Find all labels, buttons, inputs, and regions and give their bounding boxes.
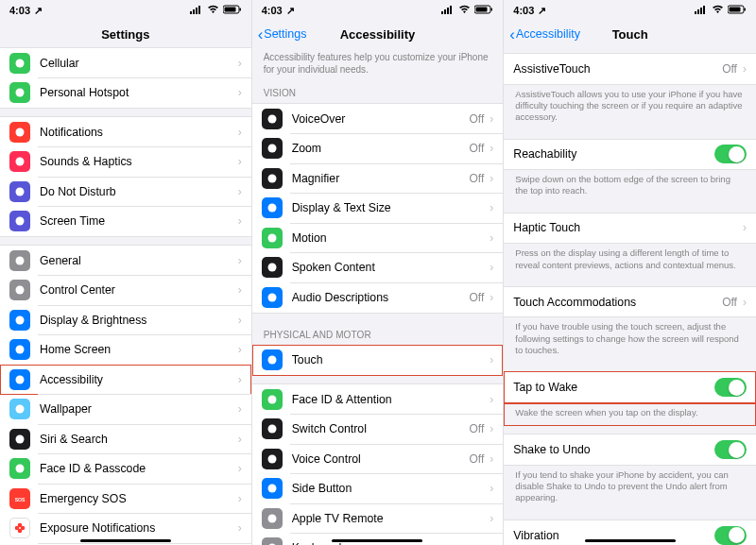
- remote-icon: [262, 508, 283, 529]
- row-assistivetouch[interactable]: AssistiveTouchOff›: [504, 54, 756, 84]
- row-label: Haptic Touch: [513, 221, 743, 234]
- row-label: Display & Text Size: [292, 201, 490, 214]
- row-personal-hotspot[interactable]: Personal Hotspot›: [0, 78, 251, 109]
- row-label: Tap to Wake: [513, 381, 714, 394]
- chevron-right-icon: ›: [238, 492, 242, 505]
- touch-icon: [262, 349, 283, 370]
- settings-group: General›Control Center›Display & Brightn…: [0, 245, 251, 545]
- row-label: Side Button: [292, 482, 490, 495]
- group-footer: If you tend to shake your iPhone by acci…: [504, 466, 756, 512]
- svg-point-19: [16, 434, 25, 443]
- svg-rect-53: [703, 6, 705, 14]
- audiodesc-icon: [262, 287, 283, 308]
- home-indicator[interactable]: [80, 539, 171, 543]
- rows-list: AssistiveTouchOff›: [504, 53, 756, 85]
- panel-touch: 4:03↗ ‹Accessibility Touch AssistiveTouc…: [504, 0, 756, 545]
- row-haptic-touch[interactable]: Haptic Touch›: [504, 213, 756, 244]
- settings-group: ReachabilitySwipe down on the bottom edg…: [504, 139, 756, 205]
- flower-icon: [9, 399, 30, 419]
- svg-rect-33: [476, 8, 488, 12]
- battery-icon: [728, 5, 747, 16]
- row-magnifier[interactable]: MagnifierOff›: [252, 163, 504, 194]
- keyboard-icon: [262, 537, 283, 545]
- settings-scroll[interactable]: Cellular›Personal Hotspot›Notifications›…: [0, 47, 251, 545]
- chevron-right-icon: ›: [490, 452, 493, 466]
- rows-list: Face ID & Attention›Switch ControlOff›Vo…: [252, 383, 504, 545]
- svg-point-10: [16, 158, 25, 166]
- group-footer: Press on the display using a different l…: [504, 244, 756, 279]
- row-shake-to-undo[interactable]: Shake to Undo: [504, 434, 756, 465]
- chevron-right-icon: ›: [490, 393, 493, 406]
- row-touch[interactable]: Touch›: [252, 346, 504, 376]
- back-button[interactable]: ‹Settings: [258, 21, 307, 47]
- row-label: Reachability: [513, 147, 714, 161]
- group-footer: AssistiveTouch allows you to use your iP…: [504, 85, 756, 131]
- antenna-icon: [9, 53, 30, 74]
- rows-list: Touch›: [252, 345, 504, 377]
- chevron-right-icon: ›: [490, 201, 493, 214]
- wifi-icon: [458, 5, 471, 16]
- toggle-switch[interactable]: [714, 378, 747, 397]
- switches-icon: [9, 280, 30, 300]
- row-switch-control[interactable]: Switch ControlOff›: [252, 415, 504, 445]
- row-face-id-attention[interactable]: Face ID & Attention›: [252, 384, 504, 415]
- svg-point-18: [16, 405, 25, 414]
- row-display-text-size[interactable]: Display & Text Size›: [252, 194, 504, 224]
- back-button[interactable]: ‹Accessibility: [509, 21, 580, 47]
- row-tap-to-wake[interactable]: Tap to Wake: [504, 372, 756, 402]
- row-label: Screen Time: [40, 214, 238, 228]
- chevron-right-icon: ›: [238, 214, 242, 228]
- toggle-switch[interactable]: [714, 145, 747, 163]
- touch-scroll[interactable]: AssistiveTouchOff›AssistiveTouch allows …: [504, 47, 756, 545]
- row-wallpaper[interactable]: Wallpaper›: [0, 395, 251, 425]
- row-label: Accessibility: [40, 373, 238, 386]
- row-face-id-passcode[interactable]: Face ID & Passcode›: [0, 454, 251, 485]
- row-do-not-disturb[interactable]: Do Not Disturb›: [0, 177, 251, 207]
- sun-icon: [9, 310, 30, 331]
- chevron-right-icon: ›: [490, 353, 493, 366]
- mic-icon: [262, 449, 283, 469]
- svg-point-13: [16, 256, 25, 264]
- settings-group: Touch AccommodationsOff›If you have trou…: [504, 286, 756, 365]
- row-label: Wallpaper: [40, 402, 238, 416]
- row-accessibility[interactable]: Accessibility›: [0, 365, 251, 395]
- row-zoom[interactable]: ZoomOff›: [252, 134, 504, 164]
- home-indicator[interactable]: [332, 539, 422, 543]
- row-touch-accommodations[interactable]: Touch AccommodationsOff›: [504, 287, 756, 317]
- row-apple-tv-remote[interactable]: Apple TV Remote›: [252, 503, 504, 534]
- toggle-switch[interactable]: [714, 440, 747, 459]
- row-cellular[interactable]: Cellular›: [0, 48, 251, 78]
- row-audio-descriptions[interactable]: Audio DescriptionsOff›: [252, 282, 504, 313]
- row-sounds-haptics[interactable]: Sounds & Haptics›: [0, 147, 251, 178]
- row-reachability[interactable]: Reachability: [504, 140, 756, 170]
- row-voice-control[interactable]: Voice ControlOff›: [252, 444, 504, 474]
- row-emergency-sos[interactable]: SOSEmergency SOS›: [0, 484, 251, 514]
- motion-icon: [262, 228, 283, 248]
- signal-icon: [441, 5, 455, 16]
- svg-rect-30: [447, 8, 449, 14]
- status-bar: 4:03↗: [504, 0, 756, 21]
- accessibility-scroll[interactable]: Accessibility features help you customiz…: [252, 47, 504, 545]
- svg-point-45: [267, 454, 276, 463]
- row-screen-time[interactable]: Screen Time›: [0, 207, 251, 237]
- row-control-center[interactable]: Control Center›: [0, 276, 251, 306]
- toggle-switch[interactable]: [714, 526, 747, 545]
- row-home-screen[interactable]: Home Screen›: [0, 335, 251, 366]
- location-icon: ↗: [286, 5, 295, 17]
- rows-list: General›Control Center›Display & Brightn…: [0, 245, 251, 545]
- row-motion[interactable]: Motion›: [252, 223, 504, 253]
- row-notifications[interactable]: Notifications›: [0, 117, 251, 147]
- row-label: Notifications: [40, 126, 238, 139]
- row-value: Off: [470, 112, 485, 126]
- svg-point-46: [267, 485, 276, 493]
- panel-accessibility: 4:03↗ ‹Settings Accessibility Accessibil…: [252, 0, 505, 545]
- row-siri-search[interactable]: Siri & Search›: [0, 424, 251, 454]
- svg-rect-51: [697, 9, 699, 14]
- row-side-button[interactable]: Side Button›: [252, 474, 504, 504]
- home-indicator[interactable]: [585, 539, 676, 543]
- row-voiceover[interactable]: VoiceOverOff›: [252, 104, 504, 134]
- row-display-brightness[interactable]: Display & Brightness›: [0, 305, 251, 335]
- settings-group: VISIONVoiceOverOff›ZoomOff›MagnifierOff›…: [252, 79, 504, 314]
- row-spoken-content[interactable]: Spoken Content›: [252, 253, 504, 283]
- row-general[interactable]: General›: [0, 246, 251, 276]
